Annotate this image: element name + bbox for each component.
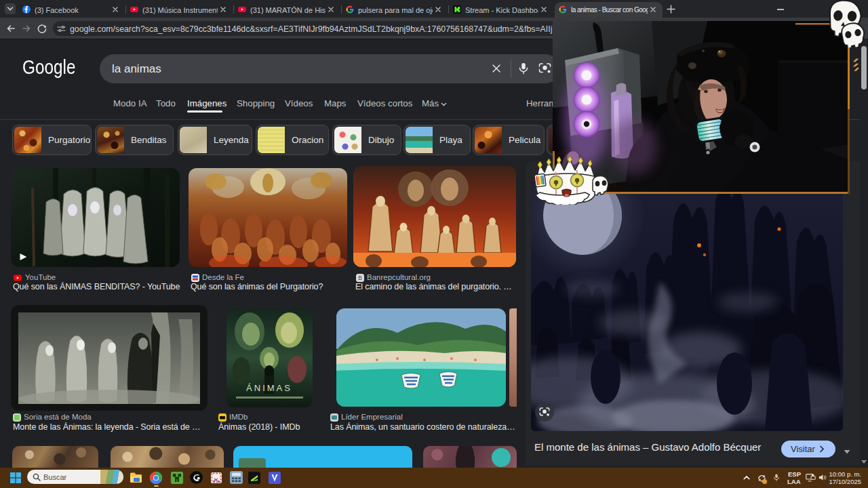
svg-text:B: B: [358, 274, 362, 281]
svg-text:ÁNIMAS: ÁNIMAS: [246, 383, 292, 393]
